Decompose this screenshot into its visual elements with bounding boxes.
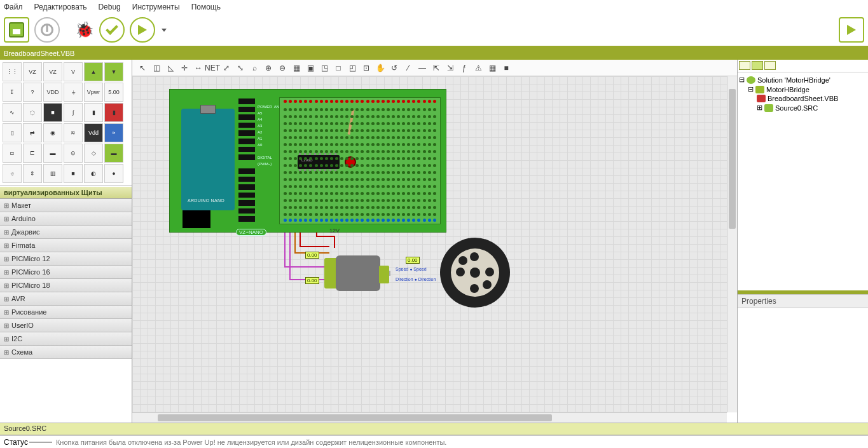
run-button[interactable] [130,17,155,43]
component-item[interactable]: 5.00 [104,83,123,102]
component-item[interactable]: ◉ [43,123,62,142]
menu-debug[interactable]: Debug [98,3,120,11]
tool-button[interactable]: ▦ [487,63,497,73]
tool-button[interactable]: ✛ [179,63,189,73]
design-canvas[interactable]: ARDUINO NANO POWER ANALOG A5 A4 A3 A2 A1… [132,76,727,412]
component-item[interactable]: ☼ [3,164,22,183]
category-item[interactable]: I2C [0,332,132,346]
category-item[interactable]: Джарвис [0,226,132,239]
component-item[interactable]: Vdd [84,123,103,142]
tool-button[interactable]: ✋ [375,63,385,73]
tool-button[interactable]: ◫ [151,63,162,73]
power-button[interactable] [34,17,60,43]
component-item[interactable]: ▲ [84,62,103,81]
wheel[interactable] [440,238,510,308]
component-item[interactable]: ▬ [43,144,62,163]
pcb-board[interactable]: ARDUINO NANO POWER ANALOG A5 A4 A3 A2 A1… [169,89,446,233]
view-tab-1[interactable] [739,61,750,70]
menu-help[interactable]: Помощь [191,3,221,11]
category-item[interactable]: AVR [0,292,132,306]
component-item[interactable]: ● [104,164,123,183]
tree-project[interactable]: ⊟MotorHBridge [739,85,867,94]
view-tab-2[interactable] [752,61,763,70]
component-item[interactable]: ↧ [3,83,22,102]
run-dropdown[interactable] [162,29,167,32]
component-item[interactable]: VZ [23,62,42,81]
next-button[interactable] [839,17,864,43]
tool-button[interactable]: ◺ [165,63,176,73]
component-item[interactable]: V [64,62,83,81]
component-item[interactable]: ▮ [84,103,103,122]
source-bar[interactable]: Source0.SRC [0,423,868,435]
component-item[interactable]: ⇕ [23,164,42,183]
document-tab[interactable]: BreadboardSheet.VBB [0,47,868,60]
tool-button[interactable]: ⌕ [249,63,259,73]
tool-button[interactable]: ⊖ [277,63,287,73]
component-item[interactable]: ▼ [104,62,123,81]
component-item[interactable]: Vpwr [84,83,103,102]
component-item[interactable]: ∫ [64,103,83,122]
check-button[interactable] [99,17,125,43]
category-item[interactable]: Arduino [0,212,132,226]
category-item[interactable]: Схема [0,346,132,359]
tool-button[interactable]: ▦ [291,63,301,73]
component-item[interactable]: ⊙ [64,144,83,163]
menu-tools[interactable]: Инструменты [132,3,180,11]
tree-item-vbb[interactable]: BreadboardSheet.VBB [739,94,867,103]
component-item[interactable]: ⋮⋮ [3,62,22,81]
tool-button[interactable]: ⇲ [445,63,455,73]
tool-button[interactable]: ƒ [459,63,469,73]
tree-item-src[interactable]: ⊞Source0.SRC [739,103,867,112]
tool-button[interactable]: ⊕ [263,63,273,73]
tool-button[interactable]: — [417,63,427,73]
bug-icon[interactable]: 🐞 [75,21,94,39]
tree-solution[interactable]: ⊟Solution 'MotorHBridge' [739,75,867,85]
tool-button[interactable]: □ [333,63,343,73]
tool-button[interactable]: ⤡ [235,63,245,73]
component-item[interactable]: ⊏ [23,144,42,163]
menu-file[interactable]: Файл [4,3,23,11]
category-item[interactable]: UserIO [0,319,132,332]
component-item[interactable]: ■ [64,164,83,183]
component-item[interactable]: ▮ [104,103,123,122]
tool-button[interactable]: ⊡ [361,63,371,73]
component-item[interactable]: VZ [43,62,62,81]
component-item[interactable]: ≈ [104,123,123,142]
category-item[interactable]: PICMicro 12 [0,252,132,266]
view-tab-3[interactable] [764,61,776,70]
tool-button[interactable]: ◳ [319,63,329,73]
category-item[interactable]: PICMicro 16 [0,266,132,279]
power-jack[interactable] [183,210,210,228]
save-button[interactable] [4,17,29,43]
component-item[interactable]: ◐ [84,164,103,183]
component-item[interactable]: VDD [43,83,62,102]
component-item[interactable]: ■ [43,103,62,122]
tool-button[interactable]: ↺ [389,63,399,73]
component-item[interactable]: ▯ [3,123,22,142]
tool-button[interactable]: ↔ [193,63,203,73]
tool-button[interactable]: ∕ [403,63,413,73]
vertical-scrollbar[interactable] [727,76,737,412]
tool-button[interactable]: ⤢ [221,63,231,73]
dc-motor[interactable] [336,255,380,291]
breadboard[interactable]: L293D [279,97,441,224]
component-item[interactable]: ◌ [23,103,42,122]
tool-button[interactable]: ◰ [347,63,357,73]
tool-button[interactable]: ■ [501,63,511,73]
component-item[interactable]: ▬ [104,144,123,163]
tool-button[interactable]: ▣ [305,63,315,73]
tool-button[interactable]: ⚠ [473,63,483,73]
component-item[interactable]: ∿ [3,103,22,122]
component-item[interactable]: ⏚ [64,83,83,102]
component-item[interactable]: ▥ [43,164,62,183]
category-item[interactable]: Макет [0,199,132,212]
component-item[interactable]: ◇ [84,144,103,163]
tool-button[interactable]: ⇱ [431,63,441,73]
menu-edit[interactable]: Редактировать [34,3,87,11]
tool-button[interactable]: ↖ [137,63,148,73]
arduino-nano[interactable]: ARDUINO NANO [181,109,235,210]
tool-button[interactable]: NET [207,63,217,73]
component-item[interactable]: ⇄ [23,123,42,142]
component-item[interactable]: ≋ [64,123,83,142]
component-item[interactable]: ? [23,83,42,102]
